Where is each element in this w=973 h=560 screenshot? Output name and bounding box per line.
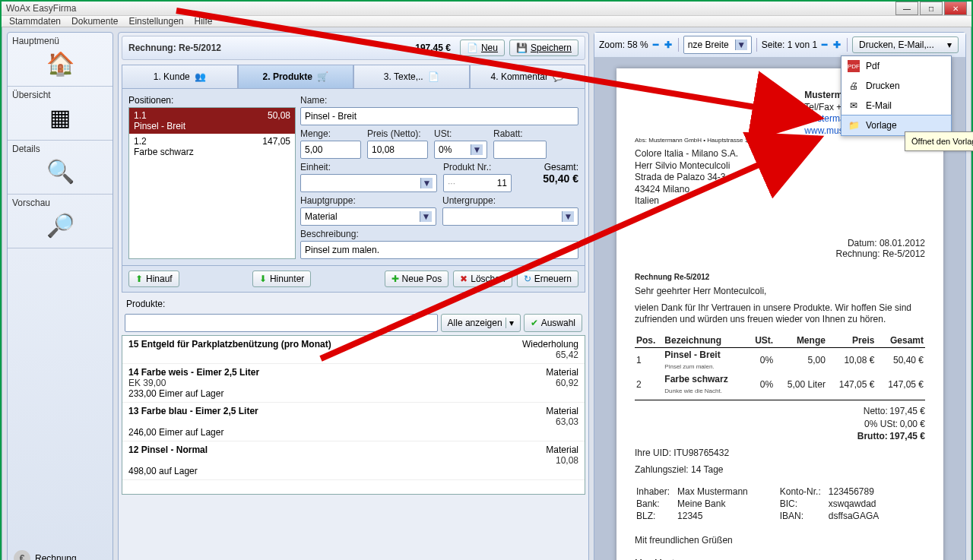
tabs: 1. Kunde👥 2. Produkte🛒 3. Texte,..📄 4. K… bbox=[122, 65, 585, 88]
list-item[interactable]: 12 Pinsel - NormalMaterial 10,08 498,00 … bbox=[122, 441, 585, 480]
window-buttons: — □ ✕ bbox=[895, 2, 967, 15]
list-item[interactable]: 15 Entgeld für Parkplatzbenützung (pro M… bbox=[122, 336, 585, 364]
nav-details[interactable]: Details 🔍 bbox=[8, 141, 113, 195]
down-icon: ⬇ bbox=[259, 274, 267, 284]
invoice-page: Mustermann Malerei GmbH. Tel/Fax +49 632… bbox=[616, 68, 943, 560]
breite-select[interactable]: nze Breite▼ bbox=[683, 36, 752, 54]
preview-panel: Zoom: 58 % ━ ✚ nze Breite▼ Seite: 1 von … bbox=[594, 32, 966, 560]
euro-icon: € bbox=[14, 550, 30, 560]
action-row: ⬆Hinauf ⬇Hinunter ✚Neue Pos ✖Löschen ↻Er… bbox=[122, 266, 585, 293]
preis-input[interactable] bbox=[367, 141, 428, 159]
tooltip: Öffnet den Vorlagen D werden kann. bbox=[905, 131, 973, 151]
produkte-section: Produkte: Alle anzeigen▾ ✔Auswahl 15 Ent… bbox=[122, 297, 585, 495]
doc-title: Rechnung: Re-5/2012 bbox=[128, 43, 415, 53]
nav-hauptmenu[interactable]: Hauptmenü 🏠 bbox=[8, 33, 113, 87]
produkt-search[interactable] bbox=[125, 314, 438, 332]
dd-pdf[interactable]: PDFPdf bbox=[841, 56, 951, 76]
erneuern-button[interactable]: ↻Erneuern bbox=[517, 271, 578, 287]
doc-amount: 197,45 € bbox=[415, 43, 451, 53]
people-icon: 👥 bbox=[195, 71, 206, 82]
hinauf-button[interactable]: ⬆Hinauf bbox=[128, 271, 179, 287]
preview-toolbar: Zoom: 58 % ━ ✚ nze Breite▼ Seite: 1 von … bbox=[594, 33, 965, 58]
einheit-select[interactable]: ▼ bbox=[300, 174, 437, 192]
workarea: Hauptmenü 🏠 Übersicht ▦ Details 🔍 Vorsch… bbox=[2, 27, 971, 560]
positionen: Positionen: 1.150,08 Pinsel - Breit 1.21… bbox=[128, 95, 296, 259]
nav-rechnung[interactable]: € Rechnung bbox=[14, 550, 106, 560]
auswahl-button[interactable]: ✔Auswahl bbox=[524, 314, 582, 332]
dd-drucken[interactable]: 🖨Drucken bbox=[841, 76, 951, 96]
tab-kommentar[interactable]: 4. Kommentar💬 bbox=[470, 65, 586, 88]
page-next-icon[interactable]: ✚ bbox=[832, 40, 842, 50]
tab-body: Positionen: 1.150,08 Pinsel - Breit 1.21… bbox=[122, 88, 585, 266]
menu-hilfe[interactable]: Hilfe bbox=[194, 16, 212, 27]
speichern-button[interactable]: 💾Speichern bbox=[509, 40, 578, 56]
menu-dokumente[interactable]: Dokumente bbox=[71, 16, 118, 27]
pos-form: Name: Menge: Preis (Netto): USt:0%▼ Raba… bbox=[300, 95, 578, 259]
minimize-button[interactable]: — bbox=[895, 2, 918, 15]
rabatt-input[interactable] bbox=[493, 141, 547, 159]
menubar: Stammdaten Dokumente Einstellungen Hilfe bbox=[2, 16, 971, 27]
tab-produkte[interactable]: 2. Produkte🛒 bbox=[238, 65, 354, 88]
folder-icon: 📁 bbox=[848, 119, 860, 131]
refresh-icon: ↻ bbox=[524, 274, 531, 284]
cart-icon: 🛒 bbox=[317, 71, 328, 82]
page-prev-icon[interactable]: ━ bbox=[820, 40, 829, 50]
maximize-button[interactable]: □ bbox=[920, 2, 943, 15]
menu-stammdaten[interactable]: Stammdaten bbox=[9, 16, 61, 27]
zoom-out-icon[interactable]: ━ bbox=[651, 40, 660, 50]
list-item[interactable]: 14 Farbe weis - Eimer 2,5 LiterMaterial … bbox=[122, 364, 585, 403]
prodnr-field[interactable]: ···11 bbox=[443, 174, 512, 192]
neu-button[interactable]: 📄Neu bbox=[460, 40, 505, 56]
printer-icon: 🖨 bbox=[848, 80, 860, 92]
mail-icon: ✉ bbox=[848, 100, 860, 112]
dd-email[interactable]: ✉E-Mail bbox=[841, 96, 951, 115]
menge-input[interactable] bbox=[300, 141, 361, 159]
tab-kunde[interactable]: 1. Kunde👥 bbox=[122, 65, 238, 88]
home-icon: 🏠 bbox=[12, 46, 108, 80]
new-icon: 📄 bbox=[467, 43, 478, 53]
seite-label: Seite: 1 von 1 bbox=[762, 40, 817, 50]
text-icon: 📄 bbox=[428, 71, 439, 82]
loeschen-button[interactable]: ✖Löschen bbox=[453, 271, 512, 287]
up-icon: ⬆ bbox=[135, 274, 143, 284]
center-panel: Rechnung: Re-5/2012 197,45 € 📄Neu 💾Speic… bbox=[118, 32, 589, 560]
list-item[interactable]: 13 Farbe blau - Eimer 2,5 LiterMaterial … bbox=[122, 403, 585, 441]
drucken-dropdown-button[interactable]: Drucken, E-Mail,...▾ bbox=[852, 36, 959, 53]
nav-uebersicht[interactable]: Übersicht ▦ bbox=[8, 87, 113, 141]
beschreibung-input[interactable] bbox=[300, 241, 578, 259]
menu-einstellungen[interactable]: Einstellungen bbox=[128, 16, 183, 27]
alle-anzeigen-button[interactable]: Alle anzeigen▾ bbox=[441, 314, 521, 332]
ust-select[interactable]: 0%▼ bbox=[434, 141, 487, 159]
document-header: Rechnung: Re-5/2012 197,45 € 📄Neu 💾Speic… bbox=[122, 36, 585, 60]
magnifier-icon: 🔍 bbox=[12, 154, 108, 188]
left-nav: Hauptmenü 🏠 Übersicht ▦ Details 🔍 Vorsch… bbox=[7, 32, 113, 560]
pos-row[interactable]: 1.150,08 Pinsel - Breit bbox=[129, 108, 295, 134]
hauptgruppe-select[interactable]: Material▼ bbox=[300, 207, 436, 226]
zoom-in-icon[interactable]: ✚ bbox=[663, 40, 673, 50]
nav-vorschau[interactable]: Vorschau 🔎 bbox=[8, 195, 113, 248]
hinunter-button[interactable]: ⬇Hinunter bbox=[252, 271, 311, 287]
app-title: WoAx EasyFirma bbox=[6, 3, 895, 14]
untergruppe-select[interactable]: ▼ bbox=[442, 207, 578, 226]
neuepos-button[interactable]: ✚Neue Pos bbox=[385, 271, 449, 287]
grid-icon: ▦ bbox=[12, 100, 108, 134]
pos-listbox[interactable]: 1.150,08 Pinsel - Breit 1.2147,05 Farbe … bbox=[128, 107, 296, 259]
produkt-liste[interactable]: 15 Entgeld für Parkplatzbenützung (pro M… bbox=[122, 335, 585, 495]
pos-row[interactable]: 1.2147,05 Farbe schwarz bbox=[129, 134, 295, 160]
name-input[interactable] bbox=[300, 107, 578, 125]
pdf-icon: PDF bbox=[848, 60, 860, 72]
nav-bottom: € Rechnung WoAx IT vorlagen bbox=[8, 539, 113, 560]
zoom-label: Zoom: 58 % bbox=[599, 40, 648, 50]
plus-icon: ✚ bbox=[391, 274, 399, 284]
document-search-icon: 🔎 bbox=[12, 208, 108, 242]
delete-icon: ✖ bbox=[460, 274, 467, 284]
save-icon: 💾 bbox=[516, 43, 528, 53]
chat-icon: 💬 bbox=[553, 71, 564, 82]
gesamt-value: 50,40 € bbox=[518, 172, 578, 185]
tab-texte[interactable]: 3. Texte,..📄 bbox=[353, 65, 470, 88]
export-dropdown: PDFPdf 🖨Drucken ✉E-Mail 📁Vorlage bbox=[841, 55, 952, 136]
titlebar: WoAx EasyFirma — □ ✕ bbox=[2, 2, 971, 16]
close-button[interactable]: ✕ bbox=[944, 2, 967, 15]
